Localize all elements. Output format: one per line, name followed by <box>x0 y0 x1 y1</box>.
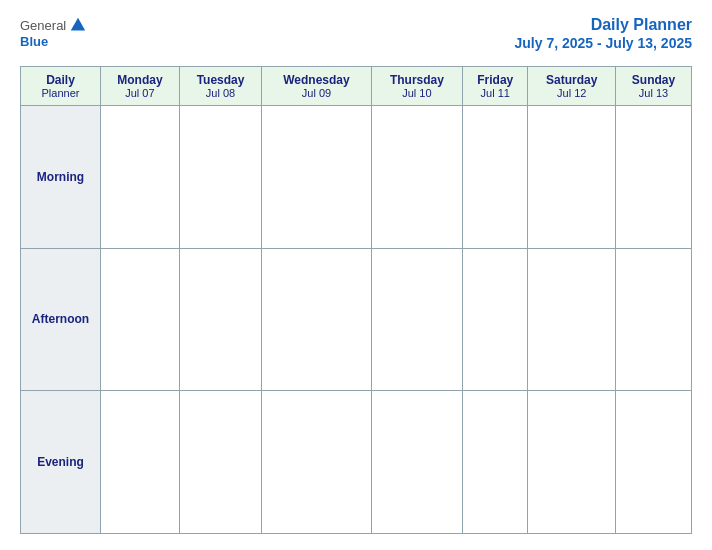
col-monday: Monday Jul 07 <box>101 67 180 106</box>
morning-wednesday[interactable] <box>262 106 371 249</box>
evening-row: Evening <box>21 391 692 534</box>
monday-date: Jul 07 <box>105 87 175 99</box>
afternoon-row: Afternoon <box>21 248 692 391</box>
thursday-date: Jul 10 <box>376 87 458 99</box>
label-header-line2: Planner <box>25 87 96 99</box>
logo-area: General Blue <box>20 16 87 49</box>
wednesday-name: Wednesday <box>266 73 366 87</box>
evening-saturday[interactable] <box>528 391 616 534</box>
morning-sunday[interactable] <box>616 106 692 249</box>
col-saturday: Saturday Jul 12 <box>528 67 616 106</box>
evening-sunday[interactable] <box>616 391 692 534</box>
afternoon-thursday[interactable] <box>371 248 462 391</box>
header: General Blue Daily Planner July 7, 2025 … <box>20 16 692 52</box>
morning-saturday[interactable] <box>528 106 616 249</box>
col-wednesday: Wednesday Jul 09 <box>262 67 371 106</box>
wednesday-date: Jul 09 <box>266 87 366 99</box>
monday-name: Monday <box>105 73 175 87</box>
morning-row: Morning <box>21 106 692 249</box>
morning-label: Morning <box>21 106 101 249</box>
evening-friday[interactable] <box>463 391 528 534</box>
afternoon-tuesday[interactable] <box>179 248 261 391</box>
planner-table: Daily Planner Monday Jul 07 Tuesday Jul … <box>20 66 692 534</box>
date-range: July 7, 2025 - July 13, 2025 <box>515 35 692 51</box>
morning-monday[interactable] <box>101 106 180 249</box>
evening-label: Evening <box>21 391 101 534</box>
svg-marker-0 <box>71 18 85 31</box>
planner-title: Daily Planner <box>591 16 692 33</box>
logo-text: General <box>20 16 87 34</box>
evening-tuesday[interactable] <box>179 391 261 534</box>
logo-blue-text: Blue <box>20 34 48 49</box>
col-sunday: Sunday Jul 13 <box>616 67 692 106</box>
morning-friday[interactable] <box>463 106 528 249</box>
thursday-name: Thursday <box>376 73 458 87</box>
friday-date: Jul 11 <box>467 87 523 99</box>
afternoon-wednesday[interactable] <box>262 248 371 391</box>
logo-icon <box>69 16 87 34</box>
logo-general-text: General <box>20 18 66 33</box>
morning-tuesday[interactable] <box>179 106 261 249</box>
saturday-date: Jul 12 <box>532 87 611 99</box>
title-area: Daily Planner July 7, 2025 - July 13, 20… <box>515 16 692 52</box>
tuesday-date: Jul 08 <box>184 87 257 99</box>
evening-monday[interactable] <box>101 391 180 534</box>
saturday-name: Saturday <box>532 73 611 87</box>
tuesday-name: Tuesday <box>184 73 257 87</box>
evening-thursday[interactable] <box>371 391 462 534</box>
afternoon-friday[interactable] <box>463 248 528 391</box>
afternoon-saturday[interactable] <box>528 248 616 391</box>
column-label-header: Daily Planner <box>21 67 101 106</box>
col-tuesday: Tuesday Jul 08 <box>179 67 261 106</box>
morning-thursday[interactable] <box>371 106 462 249</box>
afternoon-sunday[interactable] <box>616 248 692 391</box>
afternoon-label: Afternoon <box>21 248 101 391</box>
sunday-name: Sunday <box>620 73 687 87</box>
header-row: Daily Planner Monday Jul 07 Tuesday Jul … <box>21 67 692 106</box>
sunday-date: Jul 13 <box>620 87 687 99</box>
col-thursday: Thursday Jul 10 <box>371 67 462 106</box>
afternoon-monday[interactable] <box>101 248 180 391</box>
col-friday: Friday Jul 11 <box>463 67 528 106</box>
page: General Blue Daily Planner July 7, 2025 … <box>0 0 712 550</box>
label-header-line1: Daily <box>25 73 96 87</box>
friday-name: Friday <box>467 73 523 87</box>
evening-wednesday[interactable] <box>262 391 371 534</box>
